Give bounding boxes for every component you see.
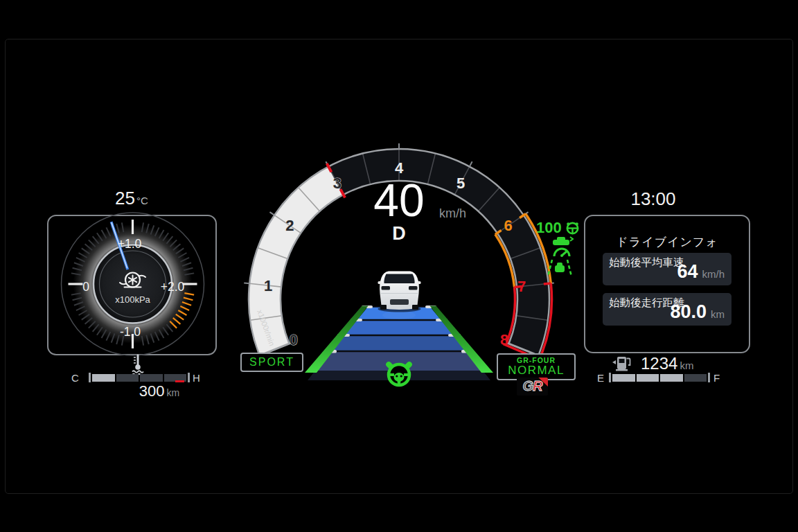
outside-temperature-unit: °C <box>136 195 148 206</box>
bar-bracket <box>89 373 91 382</box>
bar-bracket <box>708 373 710 382</box>
fuel-range-value: 1234 <box>641 354 677 373</box>
fuel-range: 1234 km <box>641 354 693 373</box>
cruise-set-speed: 100 <box>536 219 580 237</box>
gear-indicator: D <box>378 223 420 245</box>
outside-temperature-value: 25 <box>115 188 135 209</box>
bar-bracket <box>188 373 190 382</box>
tile-unit: km <box>711 308 725 320</box>
fuel-empty-label: E <box>597 372 604 384</box>
coolant-temp-bar <box>89 373 190 382</box>
bar-segment <box>92 374 115 382</box>
bar-segments <box>612 373 707 382</box>
tile-value: 80.0 <box>670 301 707 323</box>
odometer-value: 300 <box>139 382 165 400</box>
fuel-level-bar <box>609 373 710 382</box>
speed-unit: km/h <box>439 206 466 221</box>
boost-gauge-panel <box>47 215 217 355</box>
outside-temperature: 25 °C <box>90 188 173 209</box>
bar-segment <box>684 374 707 382</box>
odometer: 300 km <box>111 382 208 400</box>
bar-segment <box>612 374 635 382</box>
awd-mode-badge: GR-FOUR NORMAL <box>497 353 576 380</box>
drive-info-tile-distance: 始動後走行距離 80.0 km <box>603 293 732 326</box>
radar-cruise-icon <box>549 236 574 261</box>
bar-segment <box>116 374 139 382</box>
fuel-full-label: F <box>713 372 720 384</box>
steering-assist-icon <box>565 220 580 236</box>
gr-logo-letter-r: R <box>533 378 542 393</box>
cruise-set-speed-value: 100 <box>536 219 562 237</box>
bar-segments <box>92 373 186 382</box>
tile-unit: km/h <box>702 268 725 280</box>
fuel-range-unit: km <box>680 360 693 371</box>
clock: 13:00 <box>610 188 697 210</box>
odometer-unit: km <box>167 387 180 398</box>
lane-trace-icon <box>547 259 573 280</box>
speed-value: 40 <box>347 177 451 223</box>
bar-segment <box>660 374 683 382</box>
drive-info-panel: ドライブインフォ 始動後平均車速 64 km/h 始動後走行距離 80.0 km <box>584 215 750 353</box>
tile-value: 64 <box>677 261 698 283</box>
bar-bracket <box>609 373 611 382</box>
drive-mode-label: SPORT <box>249 356 294 369</box>
drive-mode-badge: SPORT <box>240 353 303 372</box>
bar-segment <box>140 374 163 382</box>
bar-segment <box>637 374 659 382</box>
awd-mode-label: NORMAL <box>508 364 565 377</box>
drive-info-title: ドライブインフォ <box>585 234 749 250</box>
gr-brand-logo: GR <box>517 378 548 396</box>
drive-info-tile-average-speed: 始動後平均車速 64 km/h <box>603 253 732 285</box>
gr-logo-letter-g: G <box>522 378 533 393</box>
coolant-cold-label: C <box>71 372 79 384</box>
